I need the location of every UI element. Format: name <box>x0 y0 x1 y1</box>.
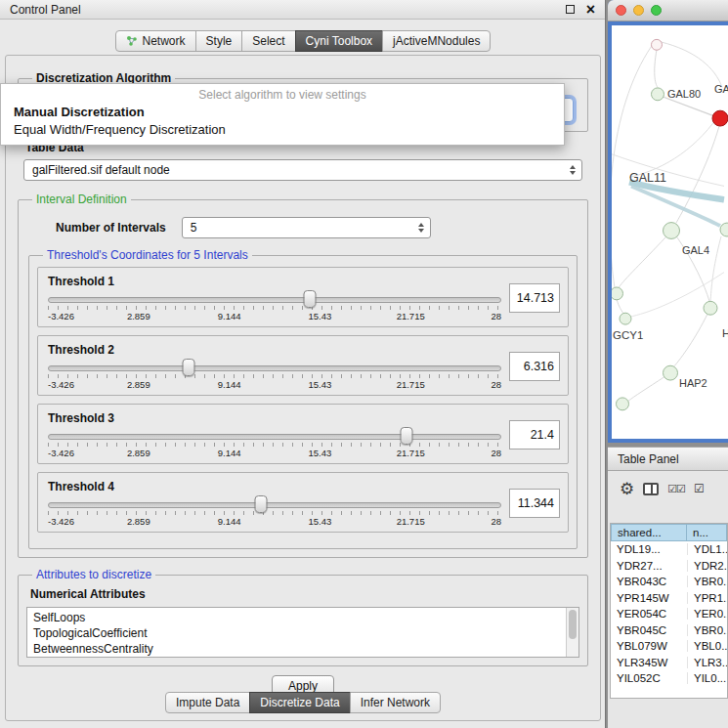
tab-infer-network[interactable]: Infer Network <box>350 692 441 713</box>
table-cell: YDL19... <box>611 543 687 555</box>
tab-label: Cyni Toolbox <box>306 34 372 48</box>
slider-tickmarks <box>48 306 501 310</box>
table-cell: YER054C <box>611 608 687 620</box>
slider-tick-label: 9.144 <box>218 448 241 458</box>
table-cell: YIL0... <box>687 672 727 684</box>
tab-style[interactable]: Style <box>195 30 243 52</box>
table-cell: YBR0... <box>687 624 727 636</box>
select-all-checkboxes-icon[interactable]: ☑☑ <box>667 484 685 494</box>
tab-discretize-data[interactable]: Discretize Data <box>249 692 350 713</box>
table-panel-header[interactable]: Table Panel <box>608 447 728 471</box>
slider-thumb[interactable] <box>303 290 316 308</box>
table-data-combobox[interactable]: galFiltered.sif default node <box>23 159 582 181</box>
number-of-intervals-combobox[interactable]: 5 <box>182 217 431 238</box>
tab-label: Infer Network <box>361 696 430 709</box>
dropdown-option-equal-width-frequency[interactable]: Equal Width/Frequency Discretization <box>1 121 564 139</box>
threshold-slider[interactable]: -3.4262.8599.14415.4321.71528 <box>48 365 501 391</box>
slider-thumb[interactable] <box>255 495 268 513</box>
table-row[interactable]: YER054C YER0... <box>611 606 727 622</box>
threshold-label: Threshold 2 <box>48 343 501 357</box>
table-row[interactable]: YBL079W YBL0... <box>611 638 727 655</box>
network-node-label: GA <box>714 83 728 95</box>
gear-icon[interactable]: ⚙ <box>620 481 634 497</box>
table-data-value: galFiltered.sif default node <box>32 163 170 177</box>
tab-select[interactable]: Select <box>241 30 295 52</box>
network-node[interactable] <box>720 223 728 236</box>
threshold-value-field[interactable]: 14.713 <box>509 283 560 313</box>
slider-track[interactable] <box>48 365 501 371</box>
network-node[interactable] <box>612 287 623 300</box>
threshold-value-field[interactable]: 21.4 <box>509 420 560 450</box>
network-node[interactable] <box>652 88 664 101</box>
scrollbar-thumb[interactable] <box>569 610 577 639</box>
column-header-shared-name[interactable]: shared... <box>611 524 687 541</box>
table-row[interactable]: YDR27... YDR2... <box>611 558 727 575</box>
number-of-intervals-row: Number of Intervals 5 <box>56 217 579 238</box>
numerical-attributes-list[interactable]: SelfLoopsTopologicalCoefficientBetweenne… <box>26 607 579 658</box>
network-canvas[interactable]: GAL80GAL4HAP2GAGAL11GCY1H <box>612 25 728 439</box>
combo-arrows-icon <box>570 165 576 175</box>
threshold-value-field[interactable]: 6.316 <box>509 352 560 381</box>
table-panel-title: Table Panel <box>618 452 679 466</box>
tab-cyni-toolbox[interactable]: Cyni Toolbox <box>295 30 383 52</box>
number-of-intervals-label: Number of Intervals <box>56 221 166 235</box>
list-scrollbar[interactable] <box>566 608 578 657</box>
network-node[interactable] <box>704 301 717 315</box>
float-window-icon[interactable] <box>566 5 575 14</box>
slider-tick-label: 21.715 <box>397 379 425 390</box>
slider-tick-label: 9.144 <box>218 379 241 390</box>
slider-track[interactable] <box>48 502 501 508</box>
slider-track[interactable] <box>48 434 501 440</box>
slider-thumb[interactable] <box>400 427 412 445</box>
tab-network[interactable]: Network <box>115 30 196 52</box>
threshold-panel-threshold-4: Threshold 4 -3.4262.8599.14415.4321.7152… <box>37 472 569 533</box>
screen: Control Panel × NetworkStyleSelectCyni T… <box>0 0 728 728</box>
slider-tick-label: 15.43 <box>309 516 332 527</box>
table-row[interactable]: YBR045C YBR0... <box>611 622 727 639</box>
threshold-label: Threshold 4 <box>48 480 501 493</box>
network-node[interactable] <box>617 398 629 410</box>
slider-thumb[interactable] <box>182 359 194 376</box>
network-edge <box>710 236 721 301</box>
network-node[interactable] <box>712 110 728 126</box>
tab-jactivemnodules[interactable]: jActiveMNodules <box>382 30 491 52</box>
table-row[interactable]: YBR043C YBR0... <box>611 574 727 590</box>
zoom-traffic-light-icon[interactable] <box>651 5 662 16</box>
table-row[interactable]: YDL19... YDL1... <box>611 541 727 558</box>
network-node[interactable] <box>652 39 663 50</box>
close-icon[interactable]: × <box>586 2 595 18</box>
threshold-value-field[interactable]: 11.344 <box>509 489 560 518</box>
numerical-attributes-label: Numerical Attributes <box>30 587 579 601</box>
network-edge <box>617 299 624 315</box>
table-row[interactable]: YIL052C YIL0... <box>611 670 727 687</box>
table-row[interactable]: YLR345W YLR3... <box>611 655 727 671</box>
dropdown-option-manual-discretization[interactable]: Manual Discretization <box>1 104 564 121</box>
network-node[interactable] <box>620 313 631 324</box>
network-graph[interactable]: GAL80GAL4HAP2GAGAL11GCY1H <box>612 25 728 439</box>
minimize-traffic-light-icon[interactable] <box>633 5 644 16</box>
threshold-slider[interactable]: -3.4262.8599.14415.4321.71528 <box>48 434 501 459</box>
table-cell: YLR345W <box>611 657 687 668</box>
table-cell: YBR043C <box>611 576 687 587</box>
attribute-list-item[interactable]: SelfLoops <box>33 610 563 625</box>
slider-tick-labels: -3.4262.8599.14415.4321.71528 <box>48 379 501 391</box>
attribute-list-item[interactable]: BetweennessCentrality <box>33 641 563 657</box>
slider-tick-label: 9.144 <box>218 311 241 321</box>
table-columns-icon[interactable] <box>643 483 659 495</box>
threshold-slider[interactable]: -3.4262.8599.14415.4321.71528 <box>48 502 501 528</box>
network-node[interactable] <box>664 365 678 380</box>
attribute-list-item[interactable]: TopologicalCoefficient <box>33 625 563 641</box>
column-header-name[interactable]: n... <box>687 524 727 541</box>
tab-impute-data[interactable]: Impute Data <box>165 692 250 713</box>
table-cell: YDR2... <box>687 560 727 572</box>
table-rows: YDL19... YDL1... YDR27... YDR2... YBR043… <box>611 541 727 687</box>
close-traffic-light-icon[interactable] <box>616 5 626 16</box>
threshold-slider[interactable]: -3.4262.8599.14415.4321.71528 <box>48 297 501 322</box>
network-node[interactable] <box>664 223 680 239</box>
interval-definition-legend: Interval Definition <box>32 193 131 206</box>
table-row[interactable]: YPR145W YPR1... <box>611 590 727 607</box>
slider-tick-labels: -3.4262.8599.14415.4321.71528 <box>48 448 501 459</box>
checkbox-icon[interactable]: ☑ <box>694 483 705 494</box>
slider-track[interactable] <box>48 297 501 303</box>
table-cell: YBR0... <box>687 576 727 587</box>
